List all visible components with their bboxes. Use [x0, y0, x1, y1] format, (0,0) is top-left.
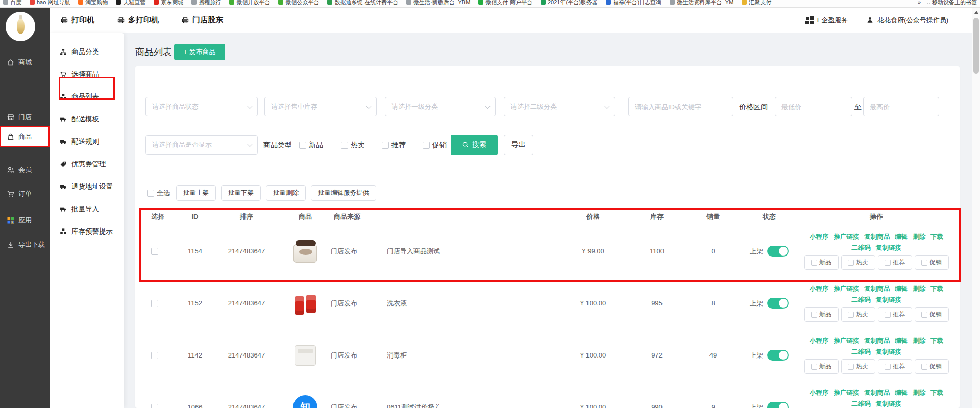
tag-recommend[interactable]: 推荐	[878, 307, 912, 322]
select-goods-visible[interactable]: 请选择商品是否显示	[145, 135, 258, 155]
download-link[interactable]: 下载	[930, 285, 943, 293]
bookmark-item[interactable]: 京东商城	[154, 0, 183, 6]
type-checkbox-recommend[interactable]: 推荐	[382, 141, 406, 150]
scroll-thumb[interactable]	[973, 18, 979, 74]
qrcode-link[interactable]: 二维码	[851, 400, 871, 408]
tag-hot[interactable]: 热卖	[841, 307, 875, 322]
select-category-level2[interactable]: 请选择二级分类	[504, 97, 615, 116]
status-toggle[interactable]	[767, 246, 789, 257]
multi-printer-button[interactable]: 多打印机	[117, 15, 159, 25]
download-link[interactable]: 下载	[930, 337, 943, 345]
promo-link[interactable]: 推广链接	[834, 337, 859, 345]
menu-item-delivery-template[interactable]: 配送模板	[50, 111, 124, 128]
sidebar-item-members[interactable]: 会员	[0, 160, 50, 180]
download-link[interactable]: 下载	[930, 233, 943, 241]
menu-item-coupon-management[interactable]: 优惠券管理	[50, 156, 124, 172]
tag-promo[interactable]: 促销	[915, 255, 949, 270]
type-checkbox-promo[interactable]: 促销	[423, 141, 447, 150]
store-shareholder-button[interactable]: 门店股东	[181, 15, 223, 25]
checkbox[interactable]	[341, 142, 348, 149]
promo-link[interactable]: 推广链接	[834, 233, 859, 241]
service-menu[interactable]: E企盈服务	[805, 16, 848, 25]
select-stock-filter[interactable]: 请选择售中库存	[264, 97, 377, 116]
bookmark-item[interactable]: 微生活·新版后台 -YBM	[406, 0, 470, 6]
bookmark-item[interactable]: 2021年(平台)服务器	[541, 0, 598, 6]
row-checkbox[interactable]	[151, 248, 158, 255]
status-toggle[interactable]	[767, 350, 789, 361]
sidebar-item-goods[interactable]: 商品	[0, 126, 50, 147]
tag-promo[interactable]: 促销	[915, 307, 949, 322]
bookmark-item[interactable]: 微生活资料库平台 -YM	[670, 0, 733, 6]
delete-link[interactable]: 删除	[913, 285, 925, 293]
batch-off-shelf-button[interactable]: 批量下架	[221, 185, 261, 201]
select-goods-status[interactable]: 请选择商品状态	[145, 97, 258, 116]
qrcode-link[interactable]: 二维码	[851, 348, 871, 356]
sidebar-item-orders[interactable]: 订单	[0, 184, 50, 204]
export-button[interactable]: 导出	[504, 135, 533, 155]
bookmark-item[interactable]: 微信公众平台	[278, 0, 319, 6]
edit-link[interactable]: 编辑	[895, 233, 908, 241]
menu-item-stock-warning[interactable]: 库存预警提示	[50, 223, 124, 240]
download-link[interactable]: 下载	[930, 389, 943, 397]
bookmark-item[interactable]: 微信支付-商户平台	[478, 0, 532, 6]
bookmark-item[interactable]: 淘宝购物	[78, 0, 108, 6]
bookmark-item[interactable]: 福禄(平台)日志查询	[606, 0, 662, 6]
promo-link[interactable]: 推广链接	[834, 389, 859, 397]
mini-program-link[interactable]: 小程序	[810, 285, 829, 293]
delete-link[interactable]: 删除	[913, 233, 925, 241]
select-category-level1[interactable]: 请选择一级分类	[385, 97, 496, 116]
batch-delete-button[interactable]: 批量删除	[266, 185, 306, 201]
scrollbar[interactable]	[972, 8, 980, 408]
copy-goods-link[interactable]: 复制商品	[864, 285, 890, 293]
checkbox[interactable]	[382, 142, 389, 149]
qrcode-link[interactable]: 二维码	[851, 244, 871, 252]
bookmark-item[interactable]: 百度	[3, 0, 21, 6]
copy-goods-link[interactable]: 复制商品	[864, 389, 890, 397]
checkbox[interactable]	[299, 142, 306, 149]
checkbox[interactable]	[423, 142, 430, 149]
copy-goods-link[interactable]: 复制商品	[864, 233, 890, 241]
menu-item-delivery-rules[interactable]: 配送规则	[50, 134, 124, 150]
tag-new[interactable]: 新品	[804, 307, 839, 322]
tag-new[interactable]: 新品	[804, 359, 839, 374]
menu-item-goods-list[interactable]: 商品列表	[50, 89, 124, 105]
tag-hot[interactable]: 热卖	[841, 255, 875, 270]
tag-promo[interactable]: 促销	[915, 359, 949, 374]
account-menu[interactable]: 花花食府(公众号操作员)	[866, 16, 948, 25]
min-price-input[interactable]	[775, 97, 852, 116]
mini-program-link[interactable]: 小程序	[810, 233, 829, 241]
tag-recommend[interactable]: 推荐	[878, 359, 912, 374]
sidebar-item-store[interactable]: 门店	[0, 107, 50, 128]
bookmark-item[interactable]: hao 网址导航	[30, 0, 70, 6]
bookmark-item[interactable]: 天猫直营	[116, 0, 145, 6]
copy-url-link[interactable]: 复制链接	[876, 400, 901, 408]
bookmark-item[interactable]: 携程旅行	[191, 0, 221, 6]
qrcode-link[interactable]: 二维码	[851, 296, 871, 304]
select-all[interactable]: 全选	[147, 189, 170, 198]
scroll-up-arrow[interactable]	[974, 11, 978, 14]
menu-item-return-address[interactable]: 退货地址设置	[50, 178, 124, 195]
search-button[interactable]: 搜索	[451, 135, 498, 155]
avatar[interactable]	[6, 12, 35, 41]
menu-item-goods-category[interactable]: 商品分类	[50, 44, 124, 60]
copy-url-link[interactable]: 复制链接	[876, 296, 901, 304]
printer-button[interactable]: 打印机	[60, 15, 94, 25]
delete-link[interactable]: 删除	[913, 389, 925, 397]
tag-hot[interactable]: 热卖	[841, 359, 875, 374]
publish-goods-button[interactable]: + 发布商品	[174, 44, 225, 60]
bookmarks-overflow-chevron[interactable]: »	[918, 0, 921, 5]
bookmark-item[interactable]: 微信开放平台	[229, 0, 270, 6]
keyword-input[interactable]	[628, 97, 733, 116]
type-checkbox-new[interactable]: 新品	[299, 141, 323, 150]
copy-goods-link[interactable]: 复制商品	[864, 337, 890, 345]
sidebar-item-export-download[interactable]: 导出下载	[0, 235, 50, 255]
mini-program-link[interactable]: 小程序	[810, 337, 829, 345]
row-checkbox[interactable]	[151, 352, 158, 359]
mini-program-link[interactable]: 小程序	[810, 389, 829, 397]
select-all-checkbox[interactable]	[147, 190, 154, 197]
promo-link[interactable]: 推广链接	[834, 285, 859, 293]
sidebar-item-apps[interactable]: 应用	[0, 210, 50, 231]
copy-url-link[interactable]: 复制链接	[876, 244, 901, 252]
max-price-input[interactable]	[863, 97, 939, 116]
row-checkbox[interactable]	[151, 300, 158, 307]
